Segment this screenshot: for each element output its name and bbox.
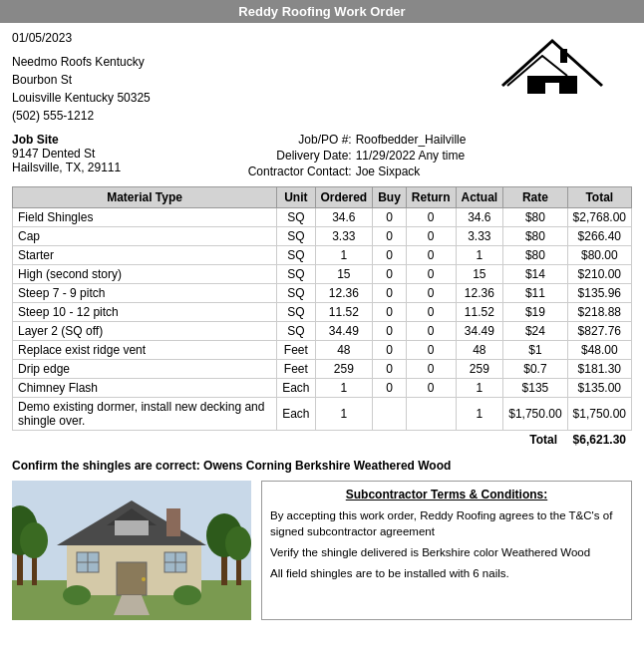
delivery-value: 11/29/2022 Any time: [356, 149, 465, 163]
logo-area: [473, 31, 632, 101]
company-city-state: Louisville Kentucky 50325: [12, 89, 473, 107]
table-cell: Steep 10 - 12 pitch: [13, 303, 277, 322]
table-row: Chimney FlashEach1001$135$135.00: [13, 379, 632, 398]
delivery-label: Delivery Date:: [232, 149, 352, 163]
col-ordered: Ordered: [315, 187, 373, 208]
table-cell: 0: [406, 246, 456, 265]
col-material-type: Material Type: [13, 187, 277, 208]
company-block: Needmo Roofs Kentucky Bourbon St Louisvi…: [12, 53, 473, 125]
company-street: Bourbon St: [12, 71, 473, 89]
company-phone: (502) 555-1212: [12, 107, 473, 125]
table-cell: 1: [456, 398, 503, 431]
table-cell: 15: [456, 265, 503, 284]
table-row: High (second story)SQ150015$14$210.00: [13, 265, 632, 284]
table-cell: Feet: [277, 360, 315, 379]
table-cell: $19: [503, 303, 567, 322]
table-cell: 3.33: [315, 227, 373, 246]
document-date: 01/05/2023: [12, 31, 473, 45]
table-cell: $80: [503, 246, 567, 265]
table-cell: Each: [277, 379, 315, 398]
table-cell: SQ: [277, 227, 315, 246]
table-cell: [373, 398, 407, 431]
table-cell: 0: [406, 208, 456, 227]
job-po-row: Job/PO #: Roofbedder_Hailville: [232, 133, 632, 147]
svg-point-27: [63, 585, 91, 605]
table-cell: 1: [456, 246, 503, 265]
terms-box: Subcontractor Terms & Conditions: By acc…: [261, 481, 632, 620]
table-cell: SQ: [277, 303, 315, 322]
table-row: Steep 7 - 9 pitchSQ12.360012.36$11$135.9…: [13, 284, 632, 303]
table-cell: 1: [315, 246, 373, 265]
header-title: Reddy Roofing Work Order: [238, 4, 405, 19]
svg-point-8: [20, 522, 48, 558]
table-cell: 1: [315, 379, 373, 398]
page-header: Reddy Roofing Work Order: [0, 0, 644, 23]
table-cell: $48.00: [567, 341, 631, 360]
terms-item: All field shingles are to be installed w…: [270, 565, 623, 581]
table-cell: 3.33: [456, 227, 503, 246]
col-return: Return: [406, 187, 456, 208]
table-cell: SQ: [277, 265, 315, 284]
house-illustration: [12, 481, 251, 620]
table-cell: SQ: [277, 208, 315, 227]
job-site-block: Job Site 9147 Dented St Hailsville, TX, …: [12, 133, 212, 178]
table-cell: 0: [406, 322, 456, 341]
contractor-row: Contractor Contact: Joe Sixpack: [232, 165, 632, 178]
job-site-address2: Hailsville, TX, 29111: [12, 161, 212, 174]
table-cell: 0: [373, 284, 407, 303]
table-cell: 1: [315, 398, 373, 431]
table-row: Drip edgeFeet25900259$0.7$181.30: [13, 360, 632, 379]
table-cell: $266.40: [567, 227, 631, 246]
table-row: Layer 2 (SQ off)SQ34.490034.49$24$827.76: [13, 322, 632, 341]
table-cell: 0: [373, 303, 407, 322]
job-po-label: Job/PO #:: [232, 133, 352, 147]
table-cell: $1,750.00: [567, 398, 631, 431]
table-cell: Replace exist ridge vent: [13, 341, 277, 360]
table-cell: Field Shingles: [13, 208, 277, 227]
terms-item: Verify the shingle delivered is Berkshir…: [270, 544, 623, 560]
table-cell: 0: [406, 265, 456, 284]
table-cell: $181.30: [567, 360, 631, 379]
table-row: CapSQ3.33003.33$80$266.40: [13, 227, 632, 246]
table-cell: [406, 398, 456, 431]
svg-point-24: [142, 577, 146, 581]
table-cell: $11: [503, 284, 567, 303]
materials-table-section: Material Type Unit Ordered Buy Return Ac…: [0, 182, 644, 453]
table-cell: Layer 2 (SQ off): [13, 322, 277, 341]
table-cell: 48: [315, 341, 373, 360]
job-info-right: Job/PO #: Roofbedder_Hailville Delivery …: [232, 133, 632, 178]
table-cell: 0: [373, 341, 407, 360]
svg-rect-2: [545, 83, 559, 94]
table-cell: $827.76: [567, 322, 631, 341]
table-cell: $210.00: [567, 265, 631, 284]
table-cell: Feet: [277, 341, 315, 360]
table-cell: 34.6: [456, 208, 503, 227]
delivery-row: Delivery Date: 11/29/2022 Any time: [232, 149, 632, 163]
col-rate: Rate: [503, 187, 567, 208]
table-header-row: Material Type Unit Ordered Buy Return Ac…: [13, 187, 632, 208]
table-cell: 34.6: [315, 208, 373, 227]
company-name: Needmo Roofs Kentucky: [12, 53, 473, 71]
table-cell: $80: [503, 208, 567, 227]
table-cell: $135: [503, 379, 567, 398]
svg-rect-16: [115, 520, 149, 535]
contractor-value: Joe Sixpack: [356, 165, 421, 178]
job-details: Job Site 9147 Dented St Hailsville, TX, …: [0, 129, 644, 182]
table-cell: $135.96: [567, 284, 631, 303]
total-value: $6,621.30: [567, 431, 631, 450]
table-cell: $80: [503, 227, 567, 246]
table-cell: 0: [373, 379, 407, 398]
table-cell: 0: [373, 246, 407, 265]
table-cell: 0: [373, 360, 407, 379]
job-po-value: Roofbedder_Hailville: [356, 133, 467, 147]
confirm-text: Confirm the shingles are correct: Owens …: [0, 453, 644, 477]
col-unit: Unit: [277, 187, 315, 208]
table-cell: $135.00: [567, 379, 631, 398]
table-cell: Cap: [13, 227, 277, 246]
table-cell: $218.88: [567, 303, 631, 322]
job-site-address1: 9147 Dented St: [12, 147, 212, 161]
table-cell: $1,750.00: [503, 398, 567, 431]
col-actual: Actual: [456, 187, 503, 208]
table-cell: 0: [406, 379, 456, 398]
table-cell: 0: [406, 284, 456, 303]
